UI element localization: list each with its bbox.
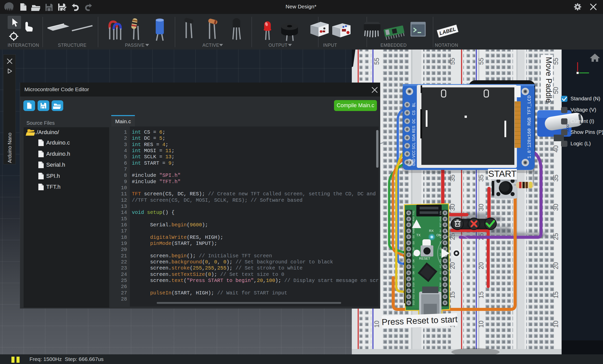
svg-text:VCC: VCC [412, 150, 416, 158]
svg-text:20: 20 [478, 262, 485, 269]
svg-text:SDA: SDA [412, 134, 416, 141]
svg-text:A5: A5 [439, 247, 442, 250]
svg-text:3.3V: 3.3V [439, 288, 442, 293]
svg-text:RX: RX [429, 229, 434, 233]
svg-text:RESET: RESET [419, 257, 430, 260]
svg-text:10: 10 [552, 321, 559, 328]
svg-text:55: 55 [373, 58, 380, 65]
svg-text:D2: D2 [412, 235, 415, 238]
svg-text:RX0: RX0 [412, 217, 415, 221]
svg-text:D9: D9 [412, 277, 415, 280]
svg-text:SCL: SCL [412, 142, 416, 150]
svg-text:GND: GND [412, 228, 415, 233]
svg-text:RST: RST [439, 222, 442, 227]
svg-text:A1: A1 [439, 271, 442, 274]
svg-text:L: L [446, 229, 448, 233]
svg-text:D3: D3 [412, 241, 415, 244]
svg-text:BL: BL [412, 102, 416, 107]
svg-text:CS: CS [412, 110, 416, 115]
svg-text:A0: A0 [439, 277, 442, 280]
svg-text:40: 40 [552, 145, 559, 152]
svg-text:GND: GND [412, 159, 416, 166]
svg-text:20: 20 [449, 262, 456, 269]
svg-text:D8: D8 [412, 271, 415, 274]
svg-text:D11: D11 [412, 289, 415, 293]
svg-text:TX1: TX1 [412, 211, 415, 215]
svg-text:10: 10 [373, 321, 380, 328]
svg-text:REF: REF [439, 282, 442, 287]
svg-text:START: START [488, 169, 517, 179]
svg-text:TX: TX [416, 233, 421, 237]
svg-text:15: 15 [552, 291, 559, 298]
svg-text:RES: RES [412, 126, 416, 133]
svg-text:Move Paddle: Move Paddle [544, 57, 553, 103]
svg-text:D12: D12 [412, 294, 415, 299]
svg-text:30: 30 [478, 204, 485, 211]
svg-text:20: 20 [552, 262, 559, 269]
svg-text:1.8'128x160 RGB TFT_LCD: 1.8'128x160 RGB TFT_LCD [527, 96, 532, 159]
svg-text:55: 55 [449, 58, 456, 65]
svg-text:35: 35 [552, 175, 559, 182]
svg-text:55: 55 [478, 58, 485, 65]
svg-text:10: 10 [478, 321, 485, 328]
svg-text:25: 25 [552, 233, 559, 240]
svg-text:VIN: VIN [439, 211, 442, 215]
svg-text:DC: DC [412, 119, 416, 123]
svg-text:D10: D10 [412, 282, 415, 287]
svg-text:D7: D7 [412, 265, 415, 268]
svg-text:D4: D4 [412, 247, 415, 250]
svg-text:D13: D13 [439, 294, 442, 299]
svg-text:GND: GND [439, 216, 442, 221]
svg-text:D13: D13 [412, 300, 415, 305]
svg-text:ON: ON [436, 233, 441, 237]
svg-text:5V: 5V [439, 229, 442, 232]
svg-text:A2: A2 [439, 265, 442, 268]
svg-text:15: 15 [478, 291, 485, 298]
svg-text:35: 35 [449, 175, 456, 182]
svg-text:35: 35 [478, 175, 485, 182]
svg-text:A4: A4 [439, 253, 442, 256]
svg-text:30: 30 [449, 204, 456, 211]
svg-text:30: 30 [552, 204, 559, 211]
svg-text:D6: D6 [412, 259, 415, 262]
